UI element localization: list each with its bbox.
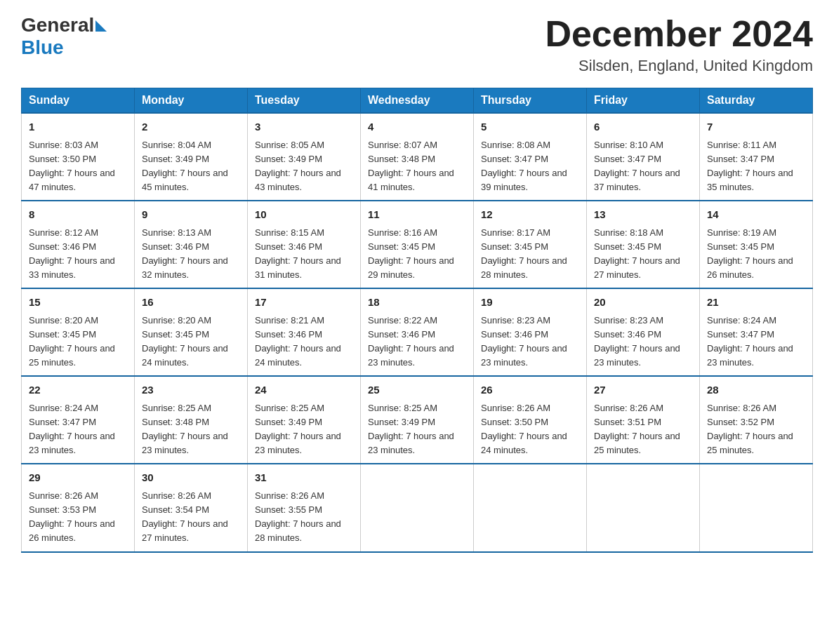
calendar-cell: 4 Sunrise: 8:07 AMSunset: 3:48 PMDayligh…	[361, 113, 474, 201]
col-wednesday: Wednesday	[361, 88, 474, 114]
logo-chevron-icon	[95, 20, 107, 32]
calendar-cell: 10 Sunrise: 8:15 AMSunset: 3:46 PMDaylig…	[248, 201, 361, 288]
calendar-cell: 31 Sunrise: 8:26 AMSunset: 3:55 PMDaylig…	[248, 464, 361, 551]
calendar-cell: 11 Sunrise: 8:16 AMSunset: 3:45 PMDaylig…	[361, 201, 474, 288]
calendar-table: Sunday Monday Tuesday Wednesday Thursday…	[21, 88, 813, 552]
day-number: 3	[255, 119, 353, 135]
calendar-cell	[587, 464, 700, 551]
day-info: Sunrise: 8:18 AMSunset: 3:45 PMDaylight:…	[594, 227, 680, 280]
day-info: Sunrise: 8:25 AMSunset: 3:48 PMDaylight:…	[142, 403, 228, 455]
calendar-cell: 2 Sunrise: 8:04 AMSunset: 3:49 PMDayligh…	[135, 113, 248, 201]
calendar-cell: 8 Sunrise: 8:12 AMSunset: 3:46 PMDayligh…	[22, 201, 135, 288]
day-number: 11	[368, 207, 466, 223]
calendar-cell: 26 Sunrise: 8:26 AMSunset: 3:50 PMDaylig…	[474, 376, 587, 464]
day-number: 23	[142, 382, 240, 398]
day-number: 30	[142, 470, 240, 486]
day-info: Sunrise: 8:21 AMSunset: 3:46 PMDaylight:…	[255, 315, 341, 368]
day-info: Sunrise: 8:04 AMSunset: 3:49 PMDaylight:…	[142, 140, 228, 192]
day-number: 15	[29, 295, 127, 311]
calendar-week-row: 29 Sunrise: 8:26 AMSunset: 3:53 PMDaylig…	[22, 464, 813, 551]
day-info: Sunrise: 8:17 AMSunset: 3:45 PMDaylight:…	[481, 227, 567, 280]
col-tuesday: Tuesday	[248, 88, 361, 114]
day-number: 17	[255, 295, 353, 311]
calendar-week-row: 15 Sunrise: 8:20 AMSunset: 3:45 PMDaylig…	[22, 288, 813, 376]
day-number: 26	[481, 382, 579, 398]
col-friday: Friday	[587, 88, 700, 114]
day-number: 25	[368, 382, 466, 398]
calendar-cell: 3 Sunrise: 8:05 AMSunset: 3:49 PMDayligh…	[248, 113, 361, 201]
day-number: 12	[481, 207, 579, 223]
col-sunday: Sunday	[22, 88, 135, 114]
calendar-cell: 17 Sunrise: 8:21 AMSunset: 3:46 PMDaylig…	[248, 288, 361, 376]
day-number: 19	[481, 295, 579, 311]
page-header: General Blue December 2024 Silsden, Engl…	[21, 14, 813, 75]
calendar-cell: 13 Sunrise: 8:18 AMSunset: 3:45 PMDaylig…	[587, 201, 700, 288]
calendar-cell: 29 Sunrise: 8:26 AMSunset: 3:53 PMDaylig…	[22, 464, 135, 551]
day-info: Sunrise: 8:19 AMSunset: 3:45 PMDaylight:…	[707, 227, 793, 280]
calendar-cell: 25 Sunrise: 8:25 AMSunset: 3:49 PMDaylig…	[361, 376, 474, 464]
calendar-cell: 16 Sunrise: 8:20 AMSunset: 3:45 PMDaylig…	[135, 288, 248, 376]
day-info: Sunrise: 8:26 AMSunset: 3:52 PMDaylight:…	[707, 403, 793, 455]
day-info: Sunrise: 8:20 AMSunset: 3:45 PMDaylight:…	[142, 315, 228, 368]
day-number: 6	[594, 119, 692, 135]
day-info: Sunrise: 8:26 AMSunset: 3:50 PMDaylight:…	[481, 403, 567, 455]
day-number: 7	[707, 119, 805, 135]
day-info: Sunrise: 8:10 AMSunset: 3:47 PMDaylight:…	[594, 140, 680, 192]
logo-general-text: General	[21, 14, 94, 36]
calendar-cell: 30 Sunrise: 8:26 AMSunset: 3:54 PMDaylig…	[135, 464, 248, 551]
calendar-cell: 15 Sunrise: 8:20 AMSunset: 3:45 PMDaylig…	[22, 288, 135, 376]
day-number: 21	[707, 295, 805, 311]
day-info: Sunrise: 8:22 AMSunset: 3:46 PMDaylight:…	[368, 315, 454, 368]
calendar-cell	[700, 464, 813, 551]
calendar-cell: 20 Sunrise: 8:23 AMSunset: 3:46 PMDaylig…	[587, 288, 700, 376]
day-info: Sunrise: 8:25 AMSunset: 3:49 PMDaylight:…	[368, 403, 454, 455]
day-info: Sunrise: 8:26 AMSunset: 3:53 PMDaylight:…	[29, 490, 115, 543]
calendar-cell: 18 Sunrise: 8:22 AMSunset: 3:46 PMDaylig…	[361, 288, 474, 376]
day-number: 4	[368, 119, 466, 135]
calendar-cell: 24 Sunrise: 8:25 AMSunset: 3:49 PMDaylig…	[248, 376, 361, 464]
day-number: 31	[255, 470, 353, 486]
day-info: Sunrise: 8:26 AMSunset: 3:51 PMDaylight:…	[594, 403, 680, 455]
title-block: December 2024 Silsden, England, United K…	[545, 14, 813, 75]
calendar-header-row: Sunday Monday Tuesday Wednesday Thursday…	[22, 88, 813, 114]
col-thursday: Thursday	[474, 88, 587, 114]
col-saturday: Saturday	[700, 88, 813, 114]
day-info: Sunrise: 8:15 AMSunset: 3:46 PMDaylight:…	[255, 227, 341, 280]
day-number: 24	[255, 382, 353, 398]
day-info: Sunrise: 8:12 AMSunset: 3:46 PMDaylight:…	[29, 227, 115, 280]
day-number: 16	[142, 295, 240, 311]
day-number: 9	[142, 207, 240, 223]
day-info: Sunrise: 8:24 AMSunset: 3:47 PMDaylight:…	[29, 403, 115, 455]
calendar-cell: 27 Sunrise: 8:26 AMSunset: 3:51 PMDaylig…	[587, 376, 700, 464]
day-number: 14	[707, 207, 805, 223]
calendar-cell: 5 Sunrise: 8:08 AMSunset: 3:47 PMDayligh…	[474, 113, 587, 201]
day-number: 1	[29, 119, 127, 135]
day-info: Sunrise: 8:05 AMSunset: 3:49 PMDaylight:…	[255, 140, 341, 192]
calendar-subtitle: Silsden, England, United Kingdom	[545, 57, 813, 75]
calendar-cell: 28 Sunrise: 8:26 AMSunset: 3:52 PMDaylig…	[700, 376, 813, 464]
day-info: Sunrise: 8:24 AMSunset: 3:47 PMDaylight:…	[707, 315, 793, 368]
day-info: Sunrise: 8:23 AMSunset: 3:46 PMDaylight:…	[594, 315, 680, 368]
day-number: 2	[142, 119, 240, 135]
day-info: Sunrise: 8:13 AMSunset: 3:46 PMDaylight:…	[142, 227, 228, 280]
day-number: 27	[594, 382, 692, 398]
calendar-cell: 21 Sunrise: 8:24 AMSunset: 3:47 PMDaylig…	[700, 288, 813, 376]
day-info: Sunrise: 8:25 AMSunset: 3:49 PMDaylight:…	[255, 403, 341, 455]
col-monday: Monday	[135, 88, 248, 114]
day-number: 10	[255, 207, 353, 223]
calendar-title: December 2024	[545, 14, 813, 54]
day-number: 20	[594, 295, 692, 311]
day-number: 28	[707, 382, 805, 398]
calendar-week-row: 8 Sunrise: 8:12 AMSunset: 3:46 PMDayligh…	[22, 201, 813, 288]
calendar-cell: 6 Sunrise: 8:10 AMSunset: 3:47 PMDayligh…	[587, 113, 700, 201]
calendar-cell	[474, 464, 587, 551]
calendar-cell: 12 Sunrise: 8:17 AMSunset: 3:45 PMDaylig…	[474, 201, 587, 288]
calendar-week-row: 1 Sunrise: 8:03 AMSunset: 3:50 PMDayligh…	[22, 113, 813, 201]
day-number: 18	[368, 295, 466, 311]
day-info: Sunrise: 8:11 AMSunset: 3:47 PMDaylight:…	[707, 140, 793, 192]
day-info: Sunrise: 8:08 AMSunset: 3:47 PMDaylight:…	[481, 140, 567, 192]
calendar-cell: 9 Sunrise: 8:13 AMSunset: 3:46 PMDayligh…	[135, 201, 248, 288]
day-number: 13	[594, 207, 692, 223]
day-info: Sunrise: 8:03 AMSunset: 3:50 PMDaylight:…	[29, 140, 115, 192]
logo-blue-text: Blue	[21, 36, 64, 59]
